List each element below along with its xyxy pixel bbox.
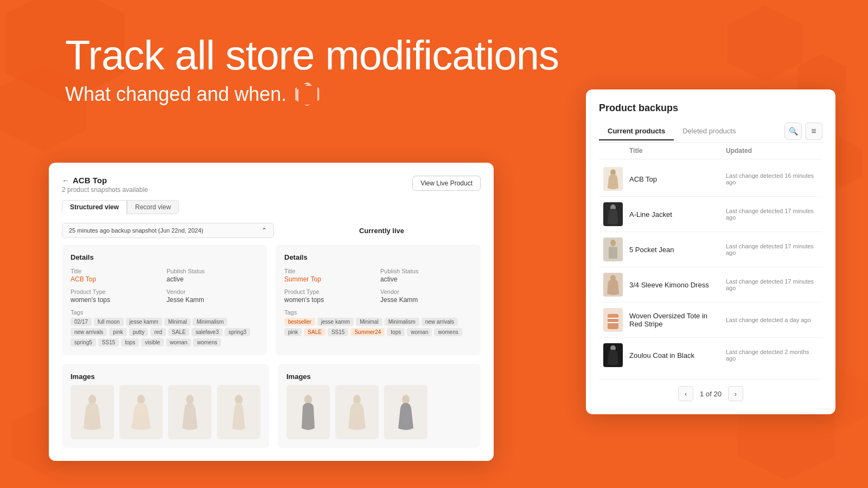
tab-current-products[interactable]: Current products (599, 123, 674, 140)
right-section-title: Details (284, 253, 472, 261)
tag-item: full moon (94, 318, 124, 326)
tag-item: womens (434, 328, 462, 336)
product-row[interactable]: 3/4 Sleeve Kimono Dress Last change dete… (599, 267, 822, 303)
tag-item: red (150, 328, 165, 336)
right-images-label: Images (286, 373, 472, 381)
product-image-icon (607, 345, 620, 365)
tag-item: putty (129, 328, 149, 336)
page-info: 1 of 20 (700, 390, 722, 398)
chevron-icon: ⌃ (261, 227, 267, 234)
view-live-button[interactable]: View Live Product (412, 176, 481, 191)
filter-button[interactable]: ≡ (805, 123, 822, 140)
right-images-section: Images (278, 364, 481, 448)
tag-item: SS15 (98, 338, 119, 346)
product-image-thumb (217, 385, 260, 439)
compare-grid: Details Title ACB Top Publish Status act… (62, 245, 481, 355)
sub-title: What changed and when. (65, 82, 559, 106)
product-name: 5 Pocket Jean (629, 246, 722, 254)
product-backups-panel: Product backups Current products Deleted… (586, 89, 835, 414)
product-image-icon (607, 310, 620, 330)
left-title-label: Title (71, 268, 162, 274)
left-type-row: Product Type women's tops Vendor Jesse K… (71, 288, 258, 304)
product-name: Zoulou Coat in Black (629, 351, 722, 359)
product-name: Woven Oversized Tote in Red Stripe (629, 312, 722, 328)
left-images-grid (71, 385, 260, 439)
right-title-row: Title Summer Top Publish Status active (284, 268, 472, 283)
left-type-label: Product Type (71, 288, 162, 295)
back-link[interactable]: ← ACB Top (62, 176, 148, 185)
tab-structured-view[interactable]: Structured view (62, 200, 127, 214)
tag-item: pink (109, 328, 126, 336)
dress-silhouette-icon (346, 393, 368, 431)
prev-page-button[interactable]: ‹ (678, 386, 693, 401)
snapshot-select-value: 25 minutes ago backup snapshot (Jun 22nd… (69, 227, 203, 234)
right-type-value: women's tops (284, 296, 376, 304)
product-row[interactable]: Zoulou Coat in Black Last change detecte… (599, 338, 822, 373)
tag-item: SALE (168, 328, 190, 336)
tag-item: salefave3 (192, 328, 222, 336)
left-title-value: ACB Top (71, 275, 162, 283)
left-title-row: Title ACB Top Publish Status active (71, 268, 258, 283)
tag-item: Minimal (164, 318, 190, 326)
product-image-thumb (71, 385, 114, 439)
product-image-icon (607, 239, 620, 260)
svg-point-9 (610, 240, 616, 246)
product-image-thumb (168, 385, 212, 439)
product-thumbnail (603, 273, 623, 297)
product-image-icon (607, 204, 620, 224)
tag-item: jesse kamm (126, 318, 162, 326)
product-image-icon (607, 169, 620, 189)
product-row[interactable]: A-Line Jacket Last change detected 17 mi… (599, 197, 822, 232)
dress-silhouette-icon (297, 393, 319, 431)
dress-silhouette-icon (395, 393, 417, 431)
product-image-thumb (335, 385, 379, 439)
tag-item: visible (141, 338, 164, 346)
right-type-label: Product Type (284, 288, 376, 295)
snapshot-select[interactable]: 25 minutes ago backup snapshot (Jun 22nd… (62, 223, 274, 238)
tag-item: jesse kamm (317, 318, 354, 326)
right-title-label: Title (284, 268, 376, 274)
product-row[interactable]: Woven Oversized Tote in Red Stripe Last … (599, 303, 822, 338)
header: Track all store modifications What chang… (65, 33, 559, 106)
tag-item: pink (284, 328, 302, 336)
left-vendor-label: Vendor (167, 288, 258, 295)
dress-silhouette-icon (179, 393, 201, 431)
product-updated: Last change detected 17 minutes ago (726, 278, 818, 291)
col-updated-header: Updated (726, 147, 818, 155)
product-name: 3/4 Sleeve Kimono Dress (629, 281, 722, 289)
products-list: ACB Top Last change detected 16 minutes … (599, 162, 822, 373)
tag-item: tops (121, 338, 139, 346)
search-icon: 🔍 (789, 127, 798, 136)
right-images-grid (286, 385, 472, 439)
product-updated: Last change detected 16 minutes ago (726, 172, 818, 185)
product-name: A-Line Jacket (629, 210, 722, 219)
backups-panel-title: Product backups (599, 102, 822, 114)
product-image-thumb (286, 385, 330, 439)
back-arrow-icon: ← (62, 176, 69, 185)
product-updated: Last change detected 17 minutes ago (726, 208, 818, 221)
next-page-button[interactable]: › (728, 386, 743, 401)
snapshot-count: 2 product snapshots available (62, 186, 148, 194)
dress-silhouette-icon (228, 393, 250, 431)
product-thumbnail (603, 167, 623, 191)
tag-item: 02/17 (71, 318, 92, 326)
product-updated: Last change detected 2 months ago (726, 349, 818, 362)
product-row[interactable]: 5 Pocket Jean Last change detected 17 mi… (599, 232, 822, 267)
product-row[interactable]: ACB Top Last change detected 16 minutes … (599, 162, 822, 197)
left-publish-label: Publish Status (167, 268, 258, 274)
search-button[interactable]: 🔍 (784, 123, 802, 140)
tag-item: SS15 (328, 328, 348, 336)
tag-item: Minimalism (385, 318, 419, 326)
product-thumbnail (603, 343, 623, 367)
left-section-title: Details (71, 253, 258, 261)
right-tags-label: Tags (284, 309, 472, 316)
tab-deleted-products[interactable]: Deleted products (674, 123, 744, 140)
sub-title-text: What changed and when. (65, 83, 286, 106)
images-compare: Images (62, 364, 481, 448)
tab-record-view[interactable]: Record view (127, 200, 179, 214)
right-publish-label: Publish Status (380, 268, 472, 274)
left-details-card: Details Title ACB Top Publish Status act… (62, 245, 267, 355)
view-tabs: Structured view Record view (62, 200, 481, 214)
product-updated: Last change detected 17 minutes ago (726, 243, 818, 256)
dress-silhouette-icon (130, 393, 152, 431)
